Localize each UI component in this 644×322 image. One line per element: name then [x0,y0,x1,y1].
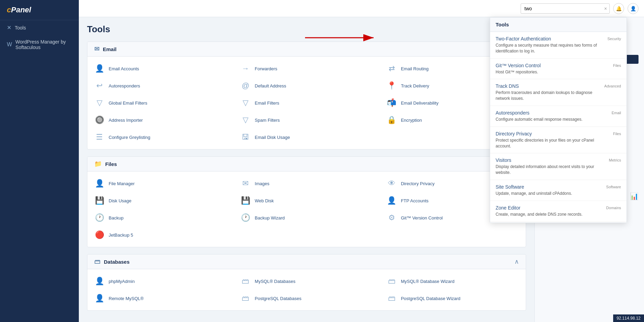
web-disk-label: Web Disk [255,198,274,203]
mysql-database-wizard-label: MySQL® Database Wizard [401,279,454,284]
backup-wizard-icon: 🕐 [240,213,251,222]
email-section-icon: ✉ [94,45,99,53]
dropdown-item-title-autoresponders: Autoresponders [496,110,608,116]
page-title: Tools [87,24,526,35]
web-disk-item[interactable]: 💾 Web Disk [233,192,379,209]
dropdown-visitors[interactable]: Visitors Display detailed information ab… [490,153,627,180]
tools-icon: ✕ [7,24,11,31]
mysql-databases-icon: 🗃 [240,277,251,286]
phpmyadmin-icon: 👤 [94,277,105,286]
postgresql-database-wizard-icon: 🗃 [387,294,397,303]
sidebar-item-wordpress[interactable]: W WordPress Manager by Softaculous [0,35,79,54]
backup-label: Backup [109,215,123,220]
dropdown-item-title-two-factor: Two-Factor Authentication [496,36,604,41]
dropdown-item-desc-git: Host Git™ repositories. [496,69,610,75]
sidebar-logo: cPanel [0,0,79,20]
dropdown-title: Tools [490,17,627,32]
spam-filters-label: Spam Filters [255,118,280,123]
postgresql-databases-item[interactable]: 🗃 PostgreSQL Databases [233,290,379,307]
sidebar-item-tools[interactable]: ✕ Tools [0,20,79,35]
default-address-item[interactable]: @ Default Address [233,77,379,94]
directory-privacy-icon: 👁 [387,179,397,188]
dropdown-site-software[interactable]: Site Software Update, manage, and uninst… [490,180,627,201]
address-importer-item[interactable]: 🔘 Address Importer [87,111,233,129]
dropdown-git-version-control[interactable]: Git™ Version Control Host Git™ repositor… [490,59,627,80]
ftp-accounts-icon: 👤 [387,196,397,205]
dropdown-item-tag-track-dns: Advanced [604,83,621,88]
jetbackup5-label: JetBackup 5 [109,232,133,238]
dropdown-password-security[interactable]: Password & Security Update your cPanel a… [490,222,627,223]
email-section-title: Email [103,46,117,52]
disk-usage-label: Disk Usage [109,198,131,203]
track-delivery-label: Track Delivery [401,83,429,88]
dropdown-item-content-visitors: Visitors Display detailed information ab… [496,157,606,176]
images-item[interactable]: ✉ Images [233,175,379,192]
email-accounts-label: Email Accounts [109,66,139,71]
images-label: Images [255,181,269,186]
mysql-databases-item[interactable]: 🗃 MySQL® Databases [233,273,379,290]
dropdown-track-dns[interactable]: Track DNS Perform traceroutes and domain… [490,79,627,106]
email-disk-usage-item[interactable]: 🖫 Email Disk Usage [233,129,379,146]
dropdown-item-desc-autoresponders: Configure automatic email response messa… [496,117,608,122]
dropdown-two-factor-auth[interactable]: Two-Factor Authentication Configure a se… [490,32,627,59]
autoresponders-icon: ↩ [94,81,105,90]
chart-icon: 📊 [630,192,639,200]
files-section-title: Files [105,161,117,167]
email-deliverability-icon: 📬 [387,98,397,107]
email-items-grid: 👤 Email Accounts → Forwarders ⇄ Email Ro… [87,57,526,149]
dropdown-autoresponders[interactable]: Autoresponders Configure automatic email… [490,106,627,127]
global-email-filters-label: Global Email Filters [109,100,147,106]
default-address-icon: @ [240,81,251,90]
dropdown-item-desc-site-software: Update, manage, and uninstall cPAddons. [496,191,603,196]
dropdown-item-title-zone-editor: Zone Editor [496,205,603,211]
backup-item[interactable]: 🕐 Backup [87,209,233,226]
configure-greylisting-item[interactable]: ☰ Configure Greylisting [87,129,233,146]
dropdown-item-tag-two-factor: Security [607,36,621,41]
file-manager-item[interactable]: 👤 File Manager [87,175,233,192]
dropdown-directory-privacy[interactable]: Directory Privacy Protect specific direc… [490,127,627,154]
files-section: 📁 Files ∧ 👤 File Manager ✉ Images 👁 Dire… [87,156,526,247]
logo-text: cPanel [7,5,31,14]
disk-usage-icon: 💾 [94,196,105,205]
databases-section-title: Databases [104,259,130,265]
email-deliverability-label: Email Deliverability [401,100,439,106]
spam-filters-item[interactable]: ▽ Spam Filters [233,111,379,129]
forwarders-item[interactable]: → Forwarders [233,60,379,77]
remote-mysql-item[interactable]: 👤 Remote MySQL® [87,290,233,307]
databases-items-grid: 👤 phpMyAdmin 🗃 MySQL® Databases 🗃 MySQL®… [87,269,526,310]
dropdown-item-tag-visitors: Metrics [609,157,621,162]
jetbackup5-item[interactable]: 🔴 JetBackup 5 [87,226,233,243]
dropdown-item-title-site-software: Site Software [496,184,603,190]
databases-section-toggle[interactable]: ∧ [514,258,519,265]
email-routing-icon: ⇄ [387,64,397,73]
address-importer-label: Address Importer [109,118,143,123]
databases-section-icon: 🗃 [94,258,100,265]
email-filters-item[interactable]: ▽ Email Filters [233,94,379,111]
email-accounts-icon: 👤 [94,64,105,73]
databases-section-header: 🗃 Databases ∧ [87,254,526,269]
backup-wizard-item[interactable]: 🕐 Backup Wizard [233,209,379,226]
sidebar-item-tools-label: Tools [15,25,26,31]
dropdown-item-title-track-dns: Track DNS [496,83,601,89]
mysql-databases-label: MySQL® Databases [255,279,295,284]
bottom-ip: 92.114.98.12 [613,314,644,322]
email-accounts-item[interactable]: 👤 Email Accounts [87,60,233,77]
email-section-title-group: ✉ Email [94,45,117,53]
postgresql-databases-label: PostgreSQL Databases [255,296,301,301]
autoresponders-item[interactable]: ↩ Autoresponders [87,77,233,94]
jetbackup5-icon: 🔴 [94,230,105,239]
dropdown-item-tag-dir-privacy: Files [613,131,621,136]
email-disk-usage-label: Email Disk Usage [255,135,290,140]
disk-usage-item[interactable]: 💾 Disk Usage [87,192,233,209]
dropdown-zone-editor[interactable]: Zone Editor Create, manage, and delete D… [490,201,627,222]
mysql-database-wizard-item[interactable]: 🗃 MySQL® Database Wizard [380,273,526,290]
global-email-filters-item[interactable]: ▽ Global Email Filters [87,94,233,111]
postgresql-database-wizard-item[interactable]: 🗃 PostgreSQL Database Wizard [380,290,526,307]
spam-filters-icon: ▽ [240,116,251,124]
dropdown-item-tag-zone-editor: Domains [606,205,621,210]
dropdown-item-desc-track-dns: Perform traceroutes and domain lookups t… [496,90,601,102]
phpmyadmin-item[interactable]: 👤 phpMyAdmin [87,273,233,290]
search-dropdown: Tools Two-Factor Authentication Configur… [490,17,627,223]
sidebar: cPanel ✕ Tools W WordPress Manager by So… [0,0,79,322]
track-delivery-icon: 📍 [387,81,397,90]
